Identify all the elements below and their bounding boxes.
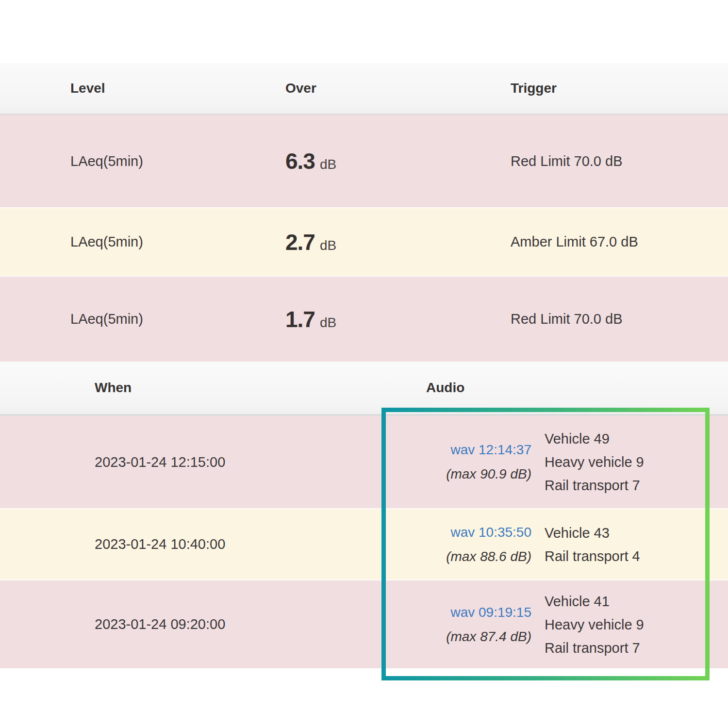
over-unit: dB xyxy=(320,157,336,172)
audio-row: 2023-01-24 09:20:00 wav 09:19:15 (max 87… xyxy=(0,579,728,668)
trigger-cell: Red Limit 70.0 dB xyxy=(511,153,728,169)
over-value: 1.7 xyxy=(285,306,315,332)
exceedance-table-header: Level Over Trigger xyxy=(0,63,728,115)
classification-list: Vehicle 41 Heavy vehicle 9 Rail transpor… xyxy=(545,590,644,660)
when-cell: 2023-01-24 09:20:00 xyxy=(0,616,426,632)
column-header-audio: Audio xyxy=(426,380,728,396)
exceedance-row: LAeq(5min) 6.3 dB Red Limit 70.0 dB xyxy=(0,115,728,207)
classification-item: Rail transport 4 xyxy=(545,545,640,568)
over-unit: dB xyxy=(320,238,336,253)
classification-item: Rail transport 7 xyxy=(545,636,644,660)
audio-table-header: When Audio xyxy=(0,362,728,416)
over-unit: dB xyxy=(320,315,336,331)
over-cell: 2.7 dB xyxy=(285,229,511,255)
audio-cell: wav 09:19:15 (max 87.4 dB) Vehicle 41 He… xyxy=(426,590,728,660)
classification-item: Heavy vehicle 9 xyxy=(545,613,644,636)
level-cell: LAeq(5min) xyxy=(0,234,285,250)
wav-column: wav 12:14:37 (max 90.9 dB) xyxy=(426,439,531,485)
classification-item: Vehicle 41 xyxy=(545,590,644,613)
max-level-label: (max 87.4 dB) xyxy=(426,626,531,648)
exceedance-row: LAeq(5min) 2.7 dB Amber Limit 67.0 dB xyxy=(0,207,728,276)
when-cell: 2023-01-24 10:40:00 xyxy=(0,536,426,552)
max-level-label: (max 88.6 dB) xyxy=(426,546,531,568)
level-cell: LAeq(5min) xyxy=(0,153,285,169)
level-cell: LAeq(5min) xyxy=(0,311,285,327)
column-header-when: When xyxy=(0,380,426,396)
over-value: 6.3 xyxy=(285,148,315,174)
classification-list: Vehicle 49 Heavy vehicle 9 Rail transpor… xyxy=(545,427,644,497)
wav-column: wav 10:35:50 (max 88.6 dB) xyxy=(426,521,531,568)
when-cell: 2023-01-24 12:15:00 xyxy=(0,454,426,470)
audio-cell: wav 12:14:37 (max 90.9 dB) Vehicle 49 He… xyxy=(426,427,728,497)
wav-column: wav 09:19:15 (max 87.4 dB) xyxy=(426,601,531,648)
noise-monitoring-page: Level Over Trigger LAeq(5min) 6.3 dB Red… xyxy=(0,0,728,728)
wav-download-link[interactable]: wav 12:14:37 xyxy=(450,442,531,457)
wav-download-link[interactable]: wav 09:19:15 xyxy=(450,605,531,620)
classification-item: Vehicle 43 xyxy=(545,521,640,545)
exceedance-row: LAeq(5min) 1.7 dB Red Limit 70.0 dB xyxy=(0,276,728,362)
audio-row: 2023-01-24 10:40:00 wav 10:35:50 (max 88… xyxy=(0,508,728,579)
column-header-trigger: Trigger xyxy=(511,81,728,96)
trigger-cell: Amber Limit 67.0 dB xyxy=(511,234,728,250)
classification-item: Rail transport 7 xyxy=(545,474,644,497)
over-cell: 6.3 dB xyxy=(285,148,511,174)
max-level-label: (max 90.9 dB) xyxy=(426,463,531,485)
classification-list: Vehicle 43 Rail transport 4 xyxy=(545,521,640,568)
audio-table: When Audio 2023-01-24 12:15:00 wav 12:14… xyxy=(0,362,728,668)
column-header-over: Over xyxy=(285,81,511,96)
wav-download-link[interactable]: wav 10:35:50 xyxy=(450,525,531,540)
audio-row: 2023-01-24 12:15:00 wav 12:14:37 (max 90… xyxy=(0,416,728,508)
classification-item: Vehicle 49 xyxy=(545,427,644,450)
over-cell: 1.7 dB xyxy=(285,306,511,332)
audio-cell: wav 10:35:50 (max 88.6 dB) Vehicle 43 Ra… xyxy=(426,521,728,568)
over-value: 2.7 xyxy=(285,229,315,255)
trigger-cell: Red Limit 70.0 dB xyxy=(511,311,728,327)
classification-item: Heavy vehicle 9 xyxy=(545,450,644,474)
column-header-level: Level xyxy=(0,81,285,96)
exceedance-table: Level Over Trigger LAeq(5min) 6.3 dB Red… xyxy=(0,63,728,362)
